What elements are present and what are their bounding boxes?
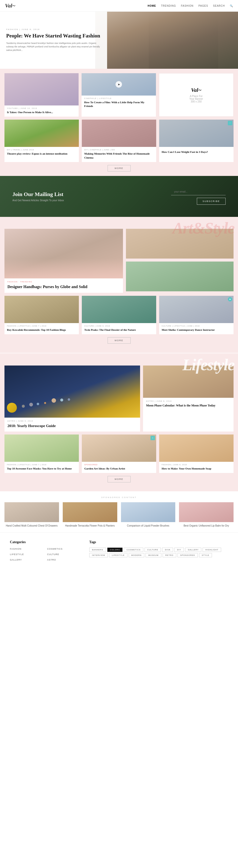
card-kowalski-title[interactable]: Roy Kowalski Recommends: Top 10 Fashion … [7, 328, 76, 332]
card-moon: ASTRO | JUNE 8, 2018 Moon Phase Calendar… [143, 366, 234, 432]
sponsored-label-0[interactable]: Hand Crafted Multi Coloured Chest Of Dra… [4, 524, 59, 528]
tag-diva[interactable]: DIVA [162, 548, 173, 552]
card-pottery-title[interactable]: Garden Art Ideas: By Urban Artist [84, 467, 154, 470]
card-theatre-title[interactable]: Theatre play review: Equus is an intense… [7, 152, 76, 156]
card-moon-title[interactable]: Moon Phase Calendar: What is the Moon Ph… [146, 403, 231, 408]
sponsored-label-3[interactable]: Best Organic Unflavored Lip Balm for Dry [179, 524, 234, 528]
footer-cat-5[interactable]: ASTRO [47, 559, 79, 561]
card-kowalski: FASHION | LIFESTYLE | JUNE 7 | 2018 Roy … [4, 296, 79, 334]
hero-category: FASHION | JUNE 8, 2018 [6, 28, 101, 31]
card-avocado-category: FASHION | LIFESTYLE | JUNE 7 | 2018 [7, 464, 76, 466]
card-soap: FASHION | JUNE 6, 2018 How to Make: Your… [159, 434, 234, 473]
hero-body: Taxidermy dreamcatcher beard brooklyn fa… [6, 41, 101, 52]
card-sheila-category: CULTURE | LIFESTYLE | JUNE | 2018 [162, 325, 231, 327]
card-dancer-title[interactable]: It Takes: One Person to Make It Alive... [7, 111, 76, 114]
tag-modern[interactable]: MODERN [129, 553, 144, 557]
footer: CategoriesFASHIONCOSMETICSLIFESTYLECULTU… [0, 532, 238, 570]
nav-pages[interactable]: PAGES [199, 4, 208, 7]
ad-logo: Val~ [191, 87, 201, 93]
row1: YOUTUBE | JUNE 10, 2018 It Takes: One Pe… [4, 73, 234, 117]
card-film-category: CINEPHILE | LIFESTYLE [84, 97, 153, 99]
card-avocado-title[interactable]: Top 10 Awesome Face Masks: You Have to T… [7, 467, 76, 470]
mailing-email-input[interactable] [171, 188, 226, 195]
tag-colors[interactable]: COLORS [107, 548, 123, 552]
nav-fashion[interactable]: FASHION [181, 4, 194, 7]
tag-style[interactable]: STYLE [199, 553, 212, 557]
sponsored-label-1[interactable]: Handmade Terracotta Flower Pots & Plante… [63, 524, 117, 528]
card-weight-title[interactable]: How Can I Lose Weight Fast in 3 Days? [162, 150, 231, 154]
hero-title-main: We Have Started Wasting Fashion [23, 33, 100, 39]
card-sheila-title[interactable]: Meet Sheila: Contemporary Dance Instruct… [162, 328, 231, 332]
card-moon-category: ASTRO | JUNE 8, 2018 [146, 400, 231, 402]
subscribe-button[interactable]: SUBSCRIBE [197, 198, 226, 205]
tag-lifestyle[interactable]: LIFESTYLE [109, 553, 127, 557]
footer-cat-0[interactable]: FASHION [10, 548, 42, 550]
pink-section-1: YOUTUBE | JUNE 10, 2018 It Takes: One Pe… [0, 69, 238, 176]
card-soap-title[interactable]: How to Make: Your Own Homemade Soap [162, 467, 231, 470]
tag-museum[interactable]: MUSEUM [145, 553, 161, 557]
card-avocado: FASHION | LIFESTYLE | JUNE 7 | 2018 Top … [4, 434, 79, 473]
tag-interview[interactable]: INTERVIEW [89, 553, 108, 557]
nav-home[interactable]: HOME [147, 4, 156, 7]
footer-cat-2[interactable]: LIFESTYLE [10, 553, 42, 556]
card-twin-peaks: CULTURE | JUNE 6, 2018 Twin Peaks: The F… [82, 296, 156, 334]
card-dancer: YOUTUBE | JUNE 10, 2018 It Takes: One Pe… [4, 73, 78, 117]
sponsored-label-2[interactable]: Comparison of Liquid Powder Brushes [121, 524, 175, 528]
art-style-section: Art&Style FASHION · TRENDING Designer Ha… [0, 217, 238, 352]
card-theatre-category: DIY | TRAVEL | JUNE 2018 [7, 149, 76, 151]
tag-diy[interactable]: DIY [174, 548, 184, 552]
nav-search[interactable]: SEARCH [213, 4, 225, 7]
ad-line3: 300 x 250 [191, 100, 202, 103]
hero-title: People: We Have Started Wasting Fashion [6, 32, 101, 39]
row2: DIY | TRAVEL | JUNE 2018 Theatre play re… [4, 120, 234, 162]
featured-title[interactable]: Designer Handbags: Purses by Globe and S… [7, 284, 120, 289]
hero-section: FASHION | JUNE 8, 2018 People: We Have S… [0, 12, 238, 69]
card-horoscope-title[interactable]: 2018: Yearly Horoscope Guide [7, 423, 137, 429]
tag-retro[interactable]: RETRO [163, 553, 176, 557]
hero-title-prefix: People: [6, 33, 23, 39]
sponsored-badge: S [150, 436, 155, 440]
footer-cat-4[interactable]: GALLERY [10, 559, 42, 561]
play-button[interactable]: ▶ [115, 81, 122, 88]
nav-logo[interactable]: Val~ [5, 2, 15, 9]
tag-highlight[interactable]: HIGHLIGHT [203, 548, 221, 552]
nav-links: HOME TRENDING FASHION PAGES SEARCH 🔍 [147, 4, 233, 7]
sponsored-grid: Hand Crafted Multi Coloured Chest Of Dra… [4, 502, 234, 528]
card-pottery-category: SPONSORED [84, 464, 154, 466]
footer-cat-3[interactable]: CULTURE [47, 553, 79, 556]
tag-gallery[interactable]: GALLERY [185, 548, 202, 552]
footer-grid: CategoriesFASHIONCOSMETICSLIFESTYLECULTU… [10, 540, 228, 562]
search-icon[interactable]: 🔍 [230, 4, 233, 7]
tag-sponsored[interactable]: SPONSORED [177, 553, 198, 557]
card-twin-title[interactable]: Twin Peaks: The Final Dossier of the Nat… [84, 328, 154, 332]
card-film-img: ▶ [81, 73, 156, 96]
tags-grid: BANNERS COLORS COSMETICS CULTURE DIVA DI… [89, 548, 228, 557]
card-memories-title[interactable]: Making Memories With Friends The Rise of… [84, 152, 154, 160]
mailing-section: Join Our Mailing List And Get Newest Art… [0, 176, 238, 217]
nav-trending[interactable]: TRENDING [161, 4, 176, 7]
mailing-right: SUBSCRIBE [171, 188, 226, 205]
card-memories-category: DIY | CINEPHILE | JUNE | 300 [84, 149, 154, 151]
footer-categories: CategoriesFASHIONCOSMETICSLIFESTYLECULTU… [10, 540, 79, 562]
card-film-title[interactable]: How To Create a Film: With a Little Help… [84, 100, 153, 108]
card-sheila: ▶ CULTURE | LIFESTYLE | JUNE | 2018 Meet… [159, 296, 234, 334]
more-button-1[interactable]: MORE [108, 165, 131, 172]
card-horoscope-category: ASTRO | JUNE 9, 2018 [7, 420, 137, 422]
card-horoscope: ASTRO | JUNE 9, 2018 2018: Yearly Horosc… [4, 366, 140, 432]
hero-figure [149, 12, 218, 69]
card-film: ▶ CINEPHILE | LIFESTYLE How To Create a … [81, 73, 156, 117]
more-button-3[interactable]: MORE [108, 476, 131, 483]
sponsored-title: SPONSORED CONTENT [4, 496, 234, 498]
card-memories: DIY | CINEPHILE | JUNE | 300 Making Memo… [82, 120, 156, 162]
hero-text-overlay: FASHION | JUNE 8, 2018 People: We Have S… [0, 12, 107, 69]
featured-tags: FASHION · TRENDING [7, 281, 120, 283]
tag-culture[interactable]: CULTURE [144, 548, 161, 552]
more-button-2[interactable]: MORE [108, 337, 131, 344]
tag-banners[interactable]: BANNERS [89, 548, 106, 552]
tag-cosmetics[interactable]: COSMETICS [124, 548, 143, 552]
card-dancer-category: YOUTUBE | JUNE 10, 2018 [7, 107, 76, 109]
footer-cat-1[interactable]: COSMETICS [47, 548, 79, 550]
ad-line2: Your Banner [190, 97, 203, 100]
sponsored-item-1: Handmade Terracotta Flower Pots & Plante… [63, 502, 117, 528]
card-twin-category: CULTURE | JUNE 6, 2018 [84, 325, 154, 327]
